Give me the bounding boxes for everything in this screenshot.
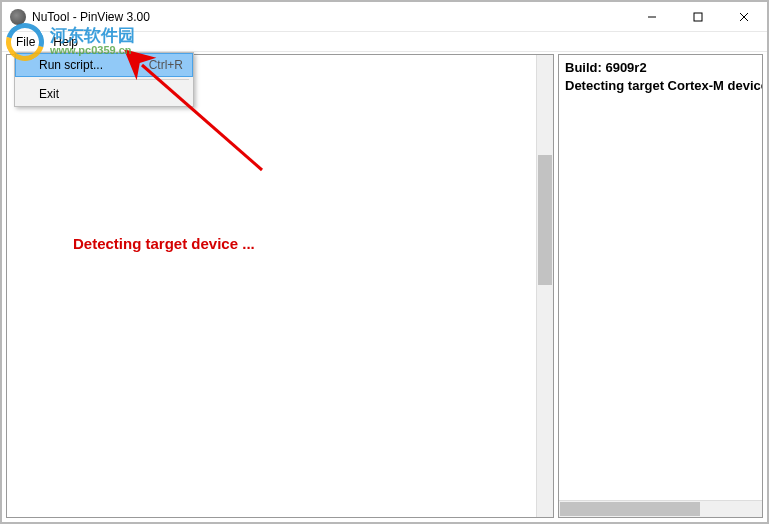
menu-item-shortcut: Ctrl+R bbox=[149, 58, 183, 72]
detecting-status-text: Detecting target device ... bbox=[73, 235, 255, 252]
maximize-button[interactable] bbox=[675, 2, 721, 31]
menu-file[interactable]: File bbox=[8, 33, 43, 51]
window-title: NuTool - PinView 3.00 bbox=[32, 10, 629, 24]
menu-item-label: Run script... bbox=[39, 58, 149, 72]
menu-help[interactable]: Help bbox=[45, 33, 86, 51]
log-line: Detecting target Cortex-M device bbox=[565, 77, 756, 95]
minimize-button[interactable] bbox=[629, 2, 675, 31]
app-icon bbox=[10, 9, 26, 25]
menu-exit[interactable]: Exit bbox=[15, 82, 193, 106]
content-area: Detecting target device ... Build: 6909r… bbox=[6, 54, 763, 518]
menubar: File Help bbox=[2, 32, 767, 52]
close-icon bbox=[739, 12, 749, 22]
window-controls bbox=[629, 2, 767, 31]
menu-run-script[interactable]: Run script... Ctrl+R bbox=[15, 53, 193, 77]
log-pane: Build: 6909r2 Detecting target Cortex-M … bbox=[558, 54, 763, 518]
menu-item-label: Exit bbox=[39, 87, 183, 101]
horizontal-scrollbar[interactable] bbox=[559, 500, 762, 517]
main-pane: Detecting target device ... bbox=[6, 54, 554, 518]
titlebar: NuTool - PinView 3.00 bbox=[2, 2, 767, 32]
close-button[interactable] bbox=[721, 2, 767, 31]
scrollbar-thumb[interactable] bbox=[560, 502, 700, 516]
minimize-icon bbox=[647, 12, 657, 22]
maximize-icon bbox=[693, 12, 703, 22]
scrollbar-thumb[interactable] bbox=[538, 155, 552, 285]
file-dropdown-menu: Run script... Ctrl+R Exit bbox=[14, 52, 194, 107]
log-line: Build: 6909r2 bbox=[565, 59, 756, 77]
menu-separator bbox=[39, 79, 189, 80]
vertical-scrollbar[interactable] bbox=[536, 55, 553, 517]
svg-rect-1 bbox=[694, 13, 702, 21]
